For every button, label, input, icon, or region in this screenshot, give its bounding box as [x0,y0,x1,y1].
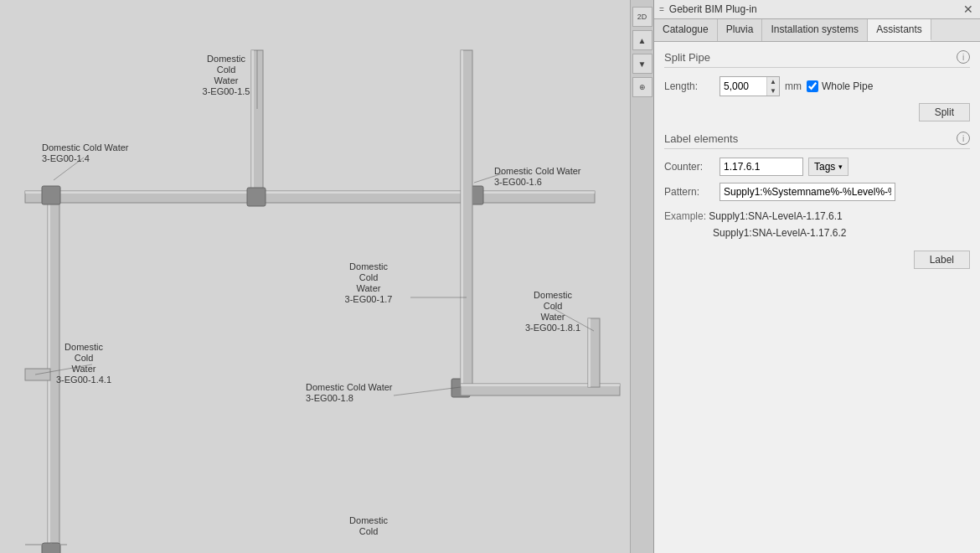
length-input-wrapper: ▲ ▼ [720,76,780,96]
label-button[interactable]: Label [914,251,970,269]
svg-text:3-EG00-1.7: 3-EG00-1.7 [345,294,393,304]
cad-toolbar: 2D ▲ ▼ ⊕ [630,0,653,553]
toolbar-btn-up[interactable]: ▲ [632,30,652,50]
svg-text:Domestic: Domestic [534,290,572,300]
svg-rect-7 [25,369,50,380]
counter-label: Counter: [664,161,714,173]
pin-icon[interactable]: = [659,5,664,14]
whole-pipe-wrapper: Whole Pipe [807,80,873,92]
svg-text:3-EG00-1.6: 3-EG00-1.6 [494,177,542,187]
panel-header-left: = Geberit BIM Plug-in [659,3,757,15]
example-line2: Supply1:SNA-LevelA-1.17.6.2 [664,225,846,241]
cad-drawing: Domestic Cold Water 3-EG00-1.5 Domestic … [0,0,653,553]
tab-installation-systems[interactable]: Installation systems [762,19,868,41]
svg-text:Cold: Cold [359,272,379,282]
svg-text:Water: Water [72,364,96,374]
tab-catalogue[interactable]: Catalogue [654,19,718,41]
svg-rect-0 [0,0,653,553]
pattern-label: Pattern: [664,186,714,198]
svg-text:Cold: Cold [359,526,379,536]
svg-rect-4 [251,50,254,194]
tab-pluvia[interactable]: Pluvia [718,19,763,41]
tabs-bar: Catalogue Pluvia Installation systems As… [654,19,980,42]
tags-dropdown-arrow: ▾ [838,163,843,171]
svg-text:Water: Water [541,312,565,322]
pattern-input[interactable] [720,183,895,201]
split-pipe-section-header: Split Pipe i [664,50,970,68]
panel-content: Split Pipe i Length: ▲ ▼ mm Whole Pipe S… [654,42,980,553]
svg-text:Water: Water [214,75,239,85]
split-pipe-info-icon[interactable]: i [957,50,970,64]
split-button[interactable]: Split [919,103,970,121]
svg-text:Cold: Cold [75,353,94,363]
svg-text:3-EG00-1.8: 3-EG00-1.8 [306,393,353,403]
split-btn-row: Split [664,103,970,121]
tags-button[interactable]: Tags ▾ [808,158,848,176]
split-pipe-title: Split Pipe [664,51,710,64]
label-elements-title: Label elements [664,132,738,145]
close-button[interactable]: ✕ [962,3,975,15]
tab-assistants[interactable]: Assistants [868,19,931,41]
whole-pipe-label: Whole Pipe [822,80,873,92]
length-input[interactable] [720,77,766,96]
label-elements-section-header: Label elements i [664,132,970,149]
svg-text:3-EG00-1.4: 3-EG00-1.4 [42,153,90,163]
label-elements-section: Label elements i Counter: Tags ▾ Pattern… [664,132,970,269]
pattern-row: Pattern: [664,183,970,201]
length-decrement[interactable]: ▼ [767,86,779,96]
svg-text:Water: Water [357,283,381,293]
cad-area: Domestic Cold Water 3-EG00-1.5 Domestic … [0,0,653,553]
length-label: Length: [664,80,714,92]
example-row: Example: Supply1:SNA-LevelA-1.17.6.1Supp… [664,208,970,242]
panel-header: = Geberit BIM Plug-in ✕ [654,0,980,19]
svg-rect-18 [247,188,266,206]
label-btn-row: Label [664,251,970,269]
toolbar-btn-zoom[interactable]: 2D [632,7,652,27]
right-panel: = Geberit BIM Plug-in ✕ Catalogue Pluvia… [653,0,980,553]
svg-rect-8 [42,186,60,204]
svg-text:Domestic: Domestic [349,261,388,271]
svg-text:3-EG00-1.8.1: 3-EG00-1.8.1 [525,323,580,333]
toolbar-btn-icon[interactable]: ⊕ [632,77,652,97]
svg-text:Domestic: Domestic [64,342,103,352]
svg-text:Domestic: Domestic [349,515,388,525]
counter-input[interactable] [720,158,803,176]
label-elements-info-icon[interactable]: i [957,132,970,145]
svg-text:Domestic Cold Water: Domestic Cold Water [494,166,581,176]
whole-pipe-checkbox[interactable] [807,80,818,92]
svg-text:Domestic Cold Water: Domestic Cold Water [306,382,393,392]
tags-label: Tags [814,161,835,173]
toolbar-btn-down[interactable]: ▼ [632,54,652,74]
svg-text:3-EG00-1.4.1: 3-EG00-1.4.1 [56,375,111,385]
svg-text:Domestic: Domestic [207,54,245,64]
svg-text:Cold: Cold [544,301,563,311]
panel-title: Geberit BIM Plug-in [669,3,757,15]
svg-text:Cold: Cold [217,65,236,75]
length-spinner: ▲ ▼ [766,77,779,96]
length-increment[interactable]: ▲ [767,77,779,86]
counter-row: Counter: Tags ▾ [664,158,970,176]
example-line1: Supply1:SNA-LevelA-1.17.6.1 [709,210,842,222]
svg-text:Domestic Cold Water: Domestic Cold Water [42,142,129,152]
svg-rect-12 [461,50,463,385]
svg-text:3-EG00-1.5: 3-EG00-1.5 [203,86,250,96]
length-row: Length: ▲ ▼ mm Whole Pipe [664,76,970,96]
svg-rect-2 [25,191,595,194]
unit-label: mm [785,80,802,92]
example-label: Example: [664,210,709,222]
